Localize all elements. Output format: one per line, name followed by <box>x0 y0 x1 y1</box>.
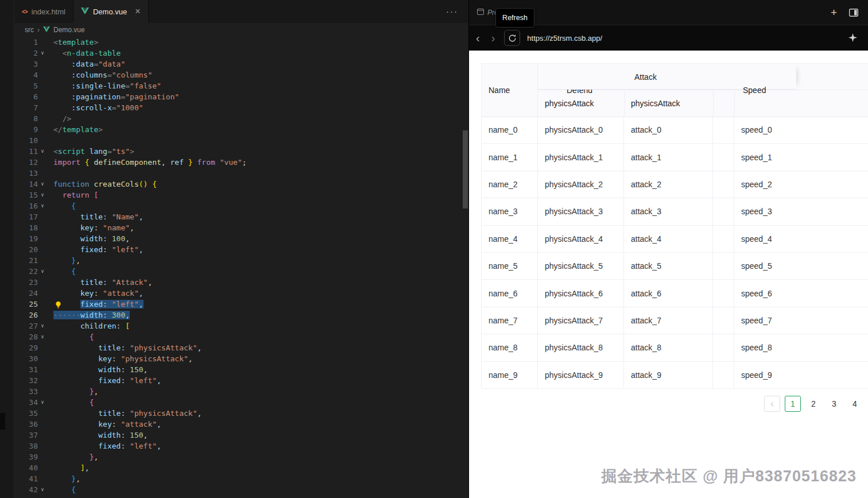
code-line-22[interactable]: 22∨ { <box>14 266 468 277</box>
code-line-6[interactable]: 6 :pagination="pagination" <box>14 91 468 102</box>
code-text: <template> <box>47 37 98 48</box>
code-line-14[interactable]: 14∨function createCols() { <box>14 179 468 190</box>
fold-chevron-icon[interactable]: ∨ <box>38 484 47 495</box>
pagination-page-3[interactable]: 3 <box>826 396 842 412</box>
code-line-36[interactable]: 36 key: "attack", <box>14 419 468 430</box>
url-text[interactable]: https://z5trsm.csb.app/ <box>527 34 602 43</box>
line-number: 32 <box>14 375 38 386</box>
code-line-34[interactable]: 34∨ { <box>14 397 468 408</box>
code-line-16[interactable]: 16∨ { <box>14 200 468 211</box>
browser-nav-bar: ‹ › https://z5trsm.csb.app/ <box>469 25 868 51</box>
code-line-21[interactable]: 21 }, <box>14 255 468 266</box>
cell-empty <box>713 280 734 306</box>
code-line-40[interactable]: 40 ], <box>14 462 468 473</box>
fold-chevron-icon[interactable]: ∨ <box>38 146 47 157</box>
pagination-page-2[interactable]: 2 <box>805 396 822 412</box>
code-line-3[interactable]: 3 :data="data" <box>14 59 468 70</box>
gutter-spacer <box>38 135 47 146</box>
close-tab-icon[interactable]: × <box>135 7 140 16</box>
new-tab-icon[interactable]: + <box>831 0 837 25</box>
fold-chevron-icon[interactable]: ∨ <box>38 321 47 331</box>
code-line-4[interactable]: 4 :columns="columns" <box>14 70 468 80</box>
breadcrumb-root[interactable]: src <box>25 26 34 34</box>
code-text: { <box>47 331 94 342</box>
fold-chevron-icon[interactable]: ∨ <box>38 397 47 408</box>
pagination-page-4[interactable]: 4 <box>847 396 863 412</box>
cell-attack: attack_1 <box>624 144 713 170</box>
breadcrumb-file[interactable]: Demo.vue <box>53 26 85 34</box>
refresh-button[interactable] <box>504 30 520 46</box>
pagination-prev-button[interactable]: ‹ <box>764 396 780 412</box>
code-text: </template> <box>47 124 103 135</box>
scrollbar-thumb[interactable] <box>463 130 468 209</box>
fold-chevron-icon[interactable]: ∨ <box>38 190 47 200</box>
gutter-spacer <box>38 277 47 288</box>
code-line-31[interactable]: 31 width: 150, <box>14 364 468 375</box>
code-line-29[interactable]: 29 title: "physicsAttack", <box>14 342 468 353</box>
code-line-38[interactable]: 38 fixed: "left", <box>14 441 468 451</box>
back-icon[interactable]: ‹ <box>476 32 480 44</box>
code-text: return [ <box>47 190 98 200</box>
fold-chevron-icon[interactable]: ∨ <box>38 200 47 211</box>
forward-icon[interactable]: › <box>491 32 495 44</box>
code-line-42[interactable]: 42∨ { <box>14 484 468 495</box>
code-line-30[interactable]: 30 key: "physicsAttack", <box>14 353 468 364</box>
line-number: 7 <box>14 102 38 113</box>
breadcrumb[interactable]: src › Demo.vue <box>14 23 468 36</box>
code-line-15[interactable]: 15∨ return [ <box>14 190 468 200</box>
code-editor[interactable]: 1<template>2∨ <n-data-table3 :data="data… <box>14 36 468 498</box>
code-line-2[interactable]: 2∨ <n-data-table <box>14 48 468 59</box>
code-line-8[interactable]: 8 /> <box>14 113 468 124</box>
gutter-spacer <box>38 462 47 473</box>
code-line-17[interactable]: 17 title: "Name", <box>14 211 468 222</box>
pagination-page-1[interactable]: 1 <box>785 396 801 412</box>
code-text: <script lang="ts"> <box>47 146 134 157</box>
cell-name: name_4 <box>482 226 538 252</box>
line-number: 15 <box>14 190 38 200</box>
code-line-39[interactable]: 39 }, <box>14 451 468 462</box>
cell-speed: speed_7 <box>734 307 868 334</box>
gutter-spacer <box>38 386 47 397</box>
tab-index-html[interactable]: <> index.html <box>14 0 73 23</box>
table-row: name_5physicsAttack_5attack_5speed_5 <box>482 253 868 280</box>
line-number: 12 <box>14 157 38 168</box>
code-line-41[interactable]: 41 }, <box>14 473 468 484</box>
table-body: name_0physicsAttack_0attack_0speed_0name… <box>482 117 868 389</box>
code-line-18[interactable]: 18 key: "name", <box>14 222 468 233</box>
gutter-spacer <box>38 91 47 102</box>
code-line-5[interactable]: 5 :single-line="false" <box>14 80 468 91</box>
code-line-7[interactable]: 7 :scroll-x="1000" <box>14 102 468 113</box>
code-line-13[interactable]: 13 <box>14 168 468 179</box>
fold-chevron-icon[interactable]: ∨ <box>38 179 47 190</box>
code-line-25[interactable]: 25 fixed: "left", <box>14 299 468 310</box>
code-line-11[interactable]: 11∨<script lang="ts"> <box>14 146 468 157</box>
code-line-35[interactable]: 35 title: "physicsAttack", <box>14 408 468 419</box>
code-line-26[interactable]: 26······width: 300, <box>14 310 468 321</box>
code-line-9[interactable]: 9</template> <box>14 124 468 135</box>
code-line-27[interactable]: 27∨ children: [ <box>14 321 468 331</box>
split-view-icon[interactable] <box>849 0 858 25</box>
fold-chevron-icon[interactable]: ∨ <box>38 48 47 59</box>
code-line-23[interactable]: 23 title: "Attack", <box>14 277 468 288</box>
line-number: 21 <box>14 255 38 266</box>
code-line-12[interactable]: 12import { defineComponent, ref } from "… <box>14 157 468 168</box>
line-number: 6 <box>14 91 38 102</box>
code-line-1[interactable]: 1<template> <box>14 37 468 48</box>
code-line-19[interactable]: 19 width: 100, <box>14 233 468 244</box>
more-actions-icon[interactable]: ··· <box>446 6 458 16</box>
editor-scrollbar[interactable] <box>463 36 468 497</box>
code-line-37[interactable]: 37 width: 150, <box>14 430 468 441</box>
lightbulb-icon[interactable] <box>55 300 62 308</box>
fold-chevron-icon[interactable]: ∨ <box>38 331 47 342</box>
code-line-28[interactable]: 28∨ { <box>14 331 468 342</box>
code-line-10[interactable]: 10 <box>14 135 468 146</box>
cell-name: name_0 <box>482 117 538 143</box>
sparkle-icon[interactable] <box>848 33 857 44</box>
code-line-32[interactable]: 32 fixed: "left", <box>14 375 468 386</box>
tab-demo-vue[interactable]: Demo.vue × <box>73 0 149 23</box>
fold-chevron-icon[interactable]: ∨ <box>38 266 47 277</box>
code-line-20[interactable]: 20 fixed: "left", <box>14 244 468 255</box>
code-line-33[interactable]: 33 }, <box>14 386 468 397</box>
table-row: name_6physicsAttack_6attack_6speed_6 <box>482 280 868 307</box>
code-line-24[interactable]: 24 key: "attack", <box>14 288 468 299</box>
